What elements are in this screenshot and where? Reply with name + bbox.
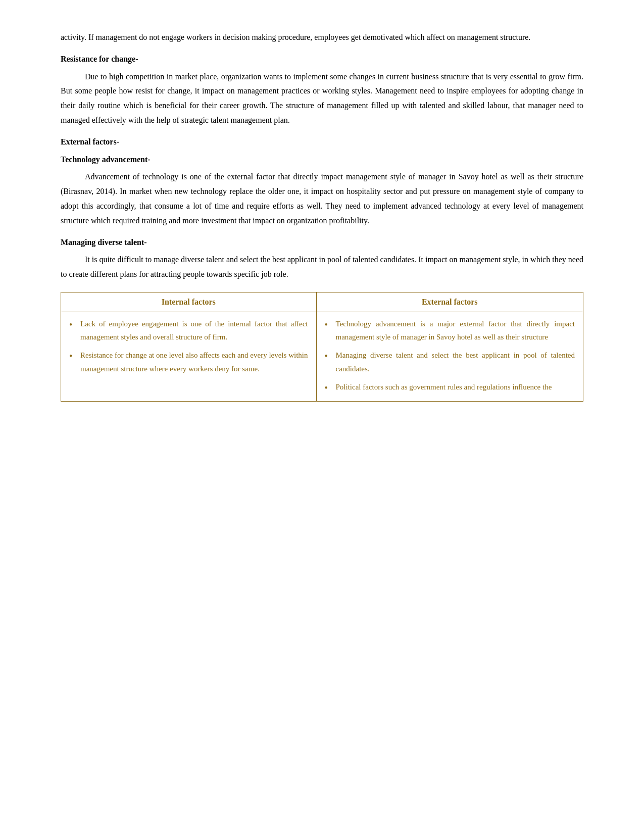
resistance-heading: Resistance for change- xyxy=(61,52,583,67)
internal-factors-cell: • Lack of employee engagement is one of … xyxy=(61,312,317,402)
managing-heading: Managing diverse talent- xyxy=(61,235,583,250)
list-item: • Managing diverse talent and select the… xyxy=(325,349,575,375)
bullet-icon: • xyxy=(325,380,334,397)
technology-heading: Technology advancement- xyxy=(61,153,583,167)
external-item-1: Technology advancement is a major extern… xyxy=(336,317,575,344)
list-item: • Resistance for change at one level als… xyxy=(69,349,308,375)
technology-paragraph: Advancement of technology is one of the … xyxy=(61,170,583,228)
bullet-icon: • xyxy=(325,349,334,365)
list-item: • Technology advancement is a major exte… xyxy=(325,317,575,344)
col1-header: Internal factors xyxy=(61,292,317,312)
internal-item-2: Resistance for change at one level also … xyxy=(80,349,308,375)
internal-item-1: Lack of employee engagement is one of th… xyxy=(80,317,308,344)
list-item: • Political factors such as government r… xyxy=(325,380,575,397)
bullet-icon: • xyxy=(69,317,78,333)
col2-header: External factors xyxy=(316,292,583,312)
bullet-icon: • xyxy=(69,349,78,365)
page: activity. If management do not engage wo… xyxy=(0,0,644,834)
intro-paragraph: activity. If management do not engage wo… xyxy=(61,30,583,45)
list-item: • Lack of employee engagement is one of … xyxy=(69,317,308,344)
factors-table: Internal factors External factors • Lack… xyxy=(61,292,583,402)
managing-paragraph: It is quite difficult to manage diverse … xyxy=(61,253,583,282)
external-factors-list: • Technology advancement is a major exte… xyxy=(325,317,575,397)
internal-factors-list: • Lack of employee engagement is one of … xyxy=(69,317,308,375)
external-factors-cell: • Technology advancement is a major exte… xyxy=(316,312,583,402)
resistance-paragraph: Due to high competition in market place,… xyxy=(61,70,583,128)
external-heading: External factors- xyxy=(61,135,583,150)
external-item-3: Political factors such as government rul… xyxy=(336,380,575,394)
external-item-2: Managing diverse talent and select the b… xyxy=(336,349,575,375)
bullet-icon: • xyxy=(325,317,334,333)
